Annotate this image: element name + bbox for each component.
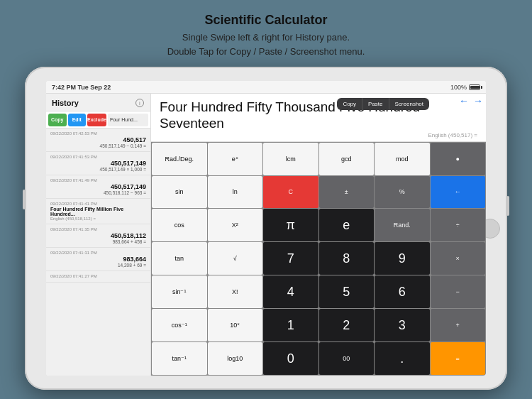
list-item[interactable]: 09/22/2020 07:41:53 PM 450,517,149 450,5… [46,152,150,175]
sidebar-info-button[interactable]: i [135,98,145,108]
ipad-screen: 7:42 PM Tue Sep 22 100% History i [46,81,486,376]
list-item[interactable]: 09/22/2020 07:41:49 PM 450,517,149 450,5… [46,175,150,199]
sidebar-header: History i [46,94,150,111]
key-9[interactable]: 9 [375,242,430,275]
key-0[interactable]: 0 [263,342,318,375]
key-cos[interactable]: cos [152,209,207,241]
app-description: Scientific Calculator Single Swipe left … [125,0,408,67]
key-cos[interactable]: cos⁻¹ [152,309,207,341]
status-right: 100% [450,84,480,91]
calc-display: Copy Paste Screenshot Four Hundred Fifty… [151,94,486,142]
list-item[interactable]: 09/22/2020 07:41:31 PM 983,664 14,208 + … [46,248,150,271]
list-item[interactable]: 09/22/2020 07:42:53 PM 450,517 450,517.1… [46,129,150,152]
popup-copy[interactable]: Copy [337,98,362,110]
history-copy-button[interactable]: Copy [48,114,67,126]
key-3[interactable]: 3 [375,309,430,341]
key-[interactable]: % [375,176,430,209]
key-00[interactable]: 00 [319,342,375,375]
key-log10[interactable]: log10 [208,342,263,375]
history-list: 09/22/2020 07:42:53 PM 450,517 450,517.1… [46,129,150,376]
calculator-panel: ← → Copy Paste Screenshot Four Hundred F… [151,94,486,376]
key-mod[interactable]: mod [375,143,430,175]
key-e[interactable]: e [319,209,375,241]
ipad-frame: 7:42 PM Tue Sep 22 100% History i [25,67,507,390]
list-item[interactable]: 09/22/2020 07:41:35 PM 450,518,112 983,6… [46,224,150,248]
key-[interactable]: + [431,309,486,341]
status-bar: 7:42 PM Tue Sep 22 100% [46,81,486,94]
key-1[interactable]: 1 [263,309,318,341]
app-title: Scientific Calculator [167,13,365,28]
key-[interactable]: √ [208,242,263,275]
key-[interactable]: − [431,275,486,308]
popup-menu: Copy Paste Screenshot [337,98,429,110]
key-X[interactable]: X² [208,209,263,241]
power-button [506,196,509,216]
key-[interactable]: . [375,342,430,375]
key-sin[interactable]: sin⁻¹ [152,275,207,308]
key-[interactable]: ● [431,143,486,175]
key-X[interactable]: X! [208,275,263,308]
list-item[interactable]: 09/22/2020 07:41:41 PM Four Hundred Fift… [46,199,150,224]
key-Rand[interactable]: Rand. [375,209,430,241]
key-tan[interactable]: tan [152,242,207,275]
key-tan[interactable]: tan⁻¹ [152,342,207,375]
key-[interactable]: ← [431,176,486,209]
sidebar-title: History [52,99,79,107]
volume-button [23,190,26,209]
key-[interactable]: ± [319,176,375,209]
key-[interactable]: = [431,342,486,375]
key-2[interactable]: 2 [319,309,375,341]
history-exclude-button[interactable]: Exclude [87,114,106,126]
key-6[interactable]: 6 [375,275,430,308]
battery-text: 100% [450,84,467,91]
keypad: Rad./Deg.eˣlcmgcdmod●sinlnC±%←cosX²πeRan… [151,142,486,376]
key-C[interactable]: C [263,176,318,209]
svg-text:i: i [139,100,140,106]
key-7[interactable]: 7 [263,242,318,275]
screen-content: History i Copy Edit Exclude Four Hun [46,94,486,376]
key-gcd[interactable]: gcd [319,143,375,175]
battery-icon [469,84,480,90]
history-preview-text: Four Hund... [108,114,148,126]
key-[interactable]: π [263,209,318,241]
key-lcm[interactable]: lcm [263,143,318,175]
key-[interactable]: ÷ [431,209,486,241]
popup-screenshot[interactable]: Screenshot [389,98,429,110]
key-10[interactable]: 10ˣ [208,309,263,341]
key-4[interactable]: 4 [263,275,318,308]
key-5[interactable]: 5 [319,275,375,308]
history-edit-button[interactable]: Edit [68,114,87,126]
key-[interactable]: × [431,242,486,275]
display-sub: English (450,517) = [160,132,477,138]
key-e[interactable]: eˣ [208,143,263,175]
sidebar: History i Copy Edit Exclude Four Hun [46,94,151,376]
status-time: 7:42 PM Tue Sep 22 [52,84,111,91]
display-main: Four Hundred Fifty Thousand Five Hundred… [160,99,477,132]
app-subtitle: Single Swipe left & right for History pa… [167,31,365,58]
list-item[interactable]: 09/22/2020 07:41:27 PM [46,271,150,283]
key-RadDeg[interactable]: Rad./Deg. [152,143,207,175]
key-ln[interactable]: ln [208,176,263,209]
key-sin[interactable]: sin [152,176,207,209]
info-icon: i [135,99,144,107]
popup-paste[interactable]: Paste [362,98,389,110]
key-8[interactable]: 8 [319,242,375,275]
